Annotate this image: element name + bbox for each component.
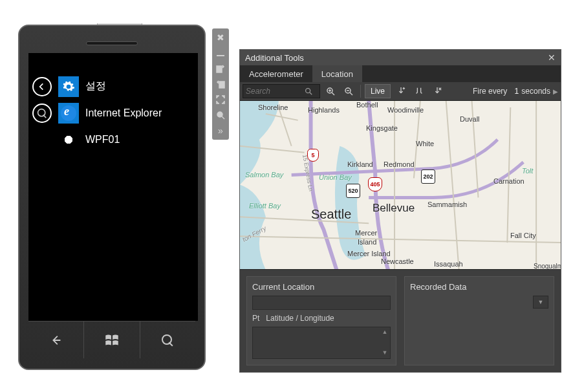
map-label: White xyxy=(416,140,434,147)
map-label: Newcastle xyxy=(381,257,414,265)
back-circle-icon[interactable] xyxy=(32,77,52,96)
map-label: Carnation xyxy=(493,177,525,185)
starburst-icon xyxy=(61,133,76,147)
ie-icon xyxy=(61,105,76,121)
map-label: Union Bay xyxy=(319,173,352,181)
additional-tools-panel: Additional Tools ✕ Accelerometer Locatio… xyxy=(239,49,561,373)
map-label: Mercer xyxy=(355,229,377,237)
map-label: Salmon Bay xyxy=(245,171,283,179)
app-row[interactable]: Internet Explorer xyxy=(32,102,194,124)
search-icon xyxy=(304,87,313,96)
fire-interval: Fire every 1 seconds ▶ xyxy=(473,87,558,96)
phone-side-button xyxy=(204,310,206,332)
recorded-dropdown[interactable]: ▼ xyxy=(533,296,548,309)
phone-screen[interactable]: 설정 Internet Explorer WPF01 xyxy=(28,53,198,321)
points-listbox[interactable]: ▲ ▼ xyxy=(252,327,391,359)
app-label: WPF01 xyxy=(85,134,120,146)
emulator-toolbar: ✖ » xyxy=(212,28,229,140)
play-icon[interactable]: ▶ xyxy=(553,88,558,95)
rotate-left-button[interactable] xyxy=(213,61,228,76)
zoom-out-icon xyxy=(343,86,354,96)
route-shield: 520 xyxy=(346,184,360,198)
svg-point-4 xyxy=(217,112,222,117)
phone-search-button[interactable] xyxy=(140,321,195,358)
svg-line-9 xyxy=(332,93,334,95)
current-location-panel: Current Location Pt Latitude / Longitude… xyxy=(246,276,396,365)
pt-label: Pt xyxy=(252,314,259,323)
add-pin-button[interactable] xyxy=(393,84,409,98)
tab-location[interactable]: Location xyxy=(312,65,362,82)
coord-header: Pt Latitude / Longitude xyxy=(252,314,391,323)
toggle-pins-button[interactable] xyxy=(411,84,427,98)
phone-side-button xyxy=(204,201,206,223)
zoom-out-button[interactable] xyxy=(341,84,356,98)
scroll-down-icon[interactable]: ▼ xyxy=(381,349,389,357)
panel-heading: Recorded Data xyxy=(410,282,548,292)
map-label: Sammamish xyxy=(427,201,467,208)
fire-value[interactable]: 1 xyxy=(510,87,519,96)
search-input[interactable] xyxy=(246,87,304,96)
zoom-in-icon xyxy=(325,86,336,96)
app-list: 설정 Internet Explorer WPF01 xyxy=(32,75,194,151)
zoom-in-button[interactable] xyxy=(323,84,338,98)
interstate-shield: 5 xyxy=(307,149,319,162)
fit-screen-button[interactable] xyxy=(213,93,228,107)
phone-back-button[interactable] xyxy=(28,321,83,358)
wpf-tile[interactable] xyxy=(58,129,79,150)
svg-line-7 xyxy=(310,93,312,95)
titlebar: Additional Tools ✕ xyxy=(240,50,561,65)
close-emulator-button[interactable]: ✖ xyxy=(213,30,228,45)
settings-tile[interactable] xyxy=(58,76,79,97)
more-tools-button[interactable]: » xyxy=(213,124,228,138)
phone-button-bar xyxy=(28,321,195,358)
app-row[interactable]: WPF01 xyxy=(32,128,194,151)
map-city: Bellevue xyxy=(373,202,415,215)
pin-add-icon xyxy=(396,87,406,96)
app-row[interactable]: 설정 xyxy=(32,75,194,98)
map-roads xyxy=(240,101,561,270)
map-city: Seattle xyxy=(311,207,351,222)
phone-side-button xyxy=(204,80,206,102)
location-toolbar: Live Fire every 1 seconds ▶ xyxy=(240,82,561,100)
map-label: Duvall xyxy=(460,115,480,123)
map-label: Tolt xyxy=(522,167,533,175)
gear-icon xyxy=(62,80,75,93)
search-box[interactable] xyxy=(243,84,320,98)
tabbar: Accelerometer Location xyxy=(240,65,561,82)
search-icon xyxy=(162,334,173,346)
current-location-field[interactable] xyxy=(252,296,391,310)
minimize-button[interactable] xyxy=(213,46,228,60)
svg-point-6 xyxy=(306,89,310,93)
app-label: Internet Explorer xyxy=(85,107,162,119)
svg-line-13 xyxy=(350,93,352,95)
map-label: Kingsgate xyxy=(366,124,398,132)
map-label: Mercer Island xyxy=(347,250,391,257)
phone-emulator: 설정 Internet Explorer WPF01 xyxy=(18,25,206,370)
tab-accelerometer[interactable]: Accelerometer xyxy=(240,65,312,82)
panel-heading: Current Location xyxy=(252,282,391,292)
map-label: Bothell xyxy=(356,101,378,109)
ie-tile[interactable] xyxy=(58,103,79,124)
panel-title: Additional Tools xyxy=(245,53,304,63)
fire-label: Fire every xyxy=(473,87,507,96)
map-label: Shoreline xyxy=(258,103,288,111)
phone-side-button xyxy=(204,111,206,133)
phone-home-button[interactable] xyxy=(83,321,139,358)
svg-line-5 xyxy=(222,116,224,119)
svg-rect-2 xyxy=(217,66,222,72)
latlong-label: Latitude / Longitude xyxy=(266,314,334,323)
map-viewport[interactable]: Shoreline Highlands Bothell Woodinville … xyxy=(240,100,561,270)
zoom-button[interactable] xyxy=(213,108,228,122)
rotate-right-button[interactable] xyxy=(213,77,228,91)
map-label: Redmond xyxy=(384,160,415,168)
windows-icon xyxy=(103,332,120,349)
map-label: Woodinville xyxy=(387,106,424,114)
close-icon[interactable]: ✕ xyxy=(548,52,556,63)
phone-speaker xyxy=(86,41,138,45)
clear-pins-button[interactable] xyxy=(429,84,445,98)
route-shield: 202 xyxy=(421,169,435,184)
search-circle-icon[interactable] xyxy=(32,103,52,123)
scroll-up-icon[interactable]: ▲ xyxy=(381,329,389,336)
live-toggle[interactable]: Live xyxy=(365,84,391,98)
map-label: Snoqualm xyxy=(534,263,561,270)
